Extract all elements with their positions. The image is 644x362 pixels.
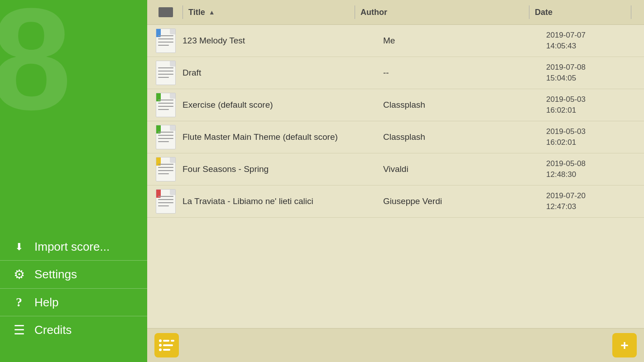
score-icon-lines: [158, 67, 173, 78]
score-file-icon: [156, 125, 176, 149]
score-icon-cell: [154, 189, 177, 214]
score-icon-lines: [158, 164, 173, 174]
table-row[interactable]: Draft -- 2019-07-08 15:04:05: [147, 57, 644, 89]
score-title: Four Seasons - Spring: [183, 164, 383, 174]
score-icon-cell: [154, 29, 177, 53]
main-content: Title ▲ Author Date 123 Melody: [147, 0, 644, 362]
score-icon-cell: [154, 157, 177, 181]
score-date: 2019-05-03 16:02:01: [546, 126, 637, 148]
score-date: 2019-05-03 16:02:01: [546, 94, 637, 116]
sidebar-nav: ⬇ Import score... ⚙ Settings ? Help ☰ Cr…: [0, 233, 147, 344]
score-author: Vivaldi: [383, 164, 546, 174]
table-row[interactable]: Four Seasons - Spring Vivaldi 2019-05-08…: [147, 153, 644, 186]
score-icon-lines: [158, 100, 173, 110]
score-date: 2019-07-08 15:04:05: [546, 62, 637, 84]
score-list: 123 Melody Test Me 2019-07-07 14:05:43 D…: [147, 25, 644, 328]
table-row[interactable]: La Traviata - Libiamo ne' lieti calici G…: [147, 186, 644, 218]
add-icon: +: [620, 338, 629, 352]
score-file-icon: [156, 29, 176, 53]
select-all-checkbox[interactable]: [159, 7, 173, 17]
score-title: Exercise (default score): [183, 100, 383, 110]
score-file-icon: [156, 157, 176, 181]
score-date: 2019-07-07 14:05:43: [546, 30, 637, 52]
settings-icon: ⚙: [11, 267, 27, 282]
table-row[interactable]: Exercise (default score) Classplash 2019…: [147, 89, 644, 121]
score-title: 123 Melody Test: [183, 36, 383, 46]
score-icon-cell: [154, 61, 177, 85]
score-icon-cell: [154, 125, 177, 149]
header-divider-2: [355, 5, 355, 19]
table-row[interactable]: Flute Master Main Theme (default score) …: [147, 121, 644, 153]
sidebar-item-label-help: Help: [34, 295, 58, 310]
import-score-icon: ⬇: [11, 241, 27, 253]
score-file-icon: [156, 61, 176, 85]
list-view-icon: [159, 339, 174, 351]
header-divider-3: [529, 5, 529, 19]
credits-icon: ☰: [11, 323, 27, 338]
sort-arrow-icon: ▲: [209, 9, 215, 16]
author-column-label: Author: [360, 8, 387, 17]
table-header: Title ▲ Author Date: [147, 0, 644, 25]
header-author[interactable]: Author: [360, 8, 524, 17]
header-date[interactable]: Date: [535, 8, 625, 17]
score-author: --: [383, 68, 546, 78]
score-icon-lines: [158, 132, 173, 142]
score-date: 2019-05-08 12:48:30: [546, 158, 637, 180]
sidebar: 8 ⬇ Import score... ⚙ Settings ? Help ☰ …: [0, 0, 147, 362]
score-author: Classplash: [383, 100, 546, 110]
sidebar-item-import-score[interactable]: ⬇ Import score...: [0, 233, 147, 261]
score-icon-lines: [158, 196, 173, 206]
score-author: Me: [383, 36, 546, 46]
score-date: 2019-07-20 12:47:03: [546, 191, 637, 212]
sidebar-item-label-credits: Credits: [34, 323, 72, 337]
sidebar-item-settings[interactable]: ⚙ Settings: [0, 261, 147, 289]
title-column-label: Title: [188, 8, 205, 17]
sidebar-item-help[interactable]: ? Help: [0, 289, 147, 316]
score-file-icon: [156, 93, 176, 117]
list-view-button[interactable]: [154, 333, 179, 357]
score-icon-cell: [154, 93, 177, 117]
add-score-button[interactable]: +: [612, 333, 637, 357]
score-title: Flute Master Main Theme (default score): [183, 132, 383, 142]
header-checkbox-cell: [154, 7, 177, 17]
score-file-icon: [156, 189, 176, 214]
help-icon: ?: [11, 295, 27, 310]
header-title[interactable]: Title ▲: [188, 8, 349, 17]
sidebar-item-label-import: Import score...: [34, 240, 110, 254]
score-title: La Traviata - Libiamo ne' lieti calici: [183, 196, 383, 206]
score-author: Giuseppe Verdi: [383, 196, 546, 206]
score-author: Classplash: [383, 132, 546, 142]
header-divider-4: [631, 5, 631, 19]
score-title: Draft: [183, 68, 383, 78]
table-row[interactable]: 123 Melody Test Me 2019-07-07 14:05:43: [147, 25, 644, 57]
sidebar-item-credits[interactable]: ☰ Credits: [0, 316, 147, 344]
date-column-label: Date: [535, 8, 553, 17]
sidebar-decorative-number: 8: [0, 0, 72, 131]
header-divider-1: [183, 5, 183, 19]
sidebar-item-label-settings: Settings: [34, 267, 77, 281]
bottom-bar: +: [147, 328, 644, 362]
score-icon-lines: [158, 35, 173, 46]
